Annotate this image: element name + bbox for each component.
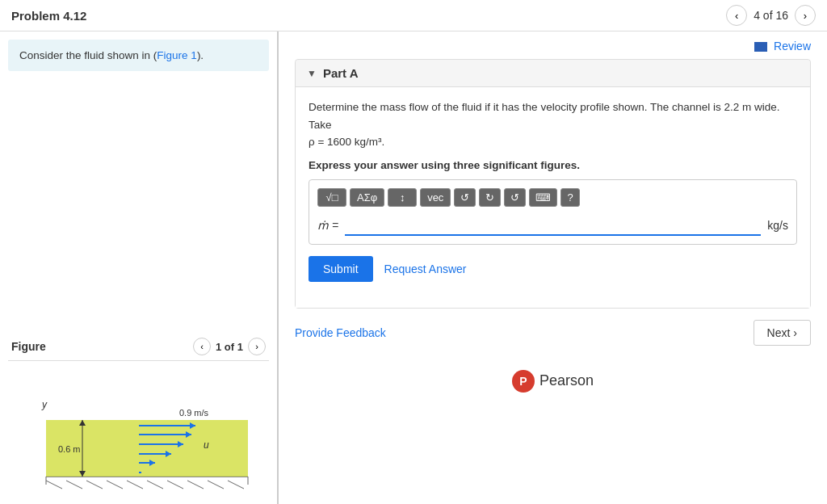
svg-line-25 — [107, 481, 123, 489]
next-chevron-icon: › — [793, 326, 797, 339]
part-a-body: Determine the mass flow of the fluid if … — [296, 87, 810, 308]
nav-count: 4 of 16 — [754, 9, 788, 22]
svg-text:u: u — [204, 439, 209, 451]
figure-label: Figure — [11, 340, 46, 353]
svg-line-30 — [208, 481, 224, 489]
toolbar-redo-btn[interactable]: ↻ — [479, 188, 501, 207]
figure-next-button[interactable]: › — [248, 338, 266, 355]
pearson-logo: P Pearson — [512, 370, 594, 393]
input-row: ṁ = kg/s — [317, 215, 788, 236]
problem-title: Problem 4.12 — [11, 9, 86, 23]
problem-statement: Consider the fluid shown in (Figure 1). — [8, 40, 269, 71]
toolbar-sqrt-btn[interactable]: √□ — [317, 188, 346, 207]
feedback-next-row: Provide Feedback Next › — [295, 320, 811, 346]
request-answer-link[interactable]: Request Answer — [384, 262, 467, 275]
svg-line-24 — [86, 481, 103, 489]
svg-line-29 — [187, 481, 204, 489]
pearson-circle-icon: P — [512, 370, 535, 393]
provide-feedback-link[interactable]: Provide Feedback — [295, 326, 386, 339]
prev-button[interactable]: ‹ — [726, 5, 747, 26]
collapse-arrow-icon[interactable]: ▼ — [307, 68, 317, 79]
review-link[interactable]: Review — [754, 40, 811, 52]
buttons-row: Submit Request Answer — [309, 256, 797, 282]
figure-nav: ‹ 1 of 1 › — [193, 338, 266, 355]
part-a-header: ▼ Part A — [296, 60, 810, 87]
svg-line-23 — [66, 481, 82, 489]
toolbar-undo-btn[interactable]: ↺ — [454, 188, 476, 207]
figure-section: Figure ‹ 1 of 1 › — [0, 333, 277, 504]
right-panel: Review ▼ Part A Determine the mass flow … — [279, 32, 827, 504]
main-layout: Consider the fluid shown in (Figure 1). … — [0, 32, 827, 504]
next-button[interactable]: Next › — [754, 320, 811, 346]
part-a-label: Part A — [323, 66, 359, 80]
input-label: ṁ = — [317, 219, 338, 232]
svg-line-26 — [127, 481, 143, 489]
nav-controls: ‹ 4 of 16 › — [726, 5, 816, 26]
svg-text:0.6 m: 0.6 m — [58, 444, 81, 454]
toolbar-alpha-btn[interactable]: ΑΣφ — [350, 188, 384, 207]
statement-text: Consider the fluid shown in ( — [19, 49, 157, 61]
header: Problem 4.12 ‹ 4 of 16 › — [0, 0, 827, 32]
figure-count: 1 of 1 — [216, 341, 243, 353]
answer-box: √□ ΑΣφ ↕ vec ↺ ↻ ↺ ⌨ ? ṁ = kg/s — [309, 179, 797, 245]
answer-input[interactable] — [345, 215, 761, 236]
toolbar-vec-btn[interactable]: vec — [420, 188, 451, 207]
svg-line-22 — [46, 481, 62, 489]
review-icon — [754, 42, 767, 52]
submit-button[interactable]: Submit — [309, 256, 373, 282]
pearson-label: Pearson — [539, 372, 594, 389]
fluid-figure: y 0.9 m/s u 0.6 m — [22, 368, 256, 497]
svg-text:0.9 m/s: 0.9 m/s — [179, 408, 209, 418]
next-nav-button[interactable]: › — [795, 5, 816, 26]
review-link-container: Review — [295, 40, 811, 52]
figure-prev-button[interactable]: ‹ — [193, 338, 211, 355]
statement-end: ). — [197, 49, 204, 61]
svg-line-31 — [228, 481, 244, 489]
figure-link[interactable]: Figure 1 — [157, 49, 197, 61]
toolbar: √□ ΑΣφ ↕ vec ↺ ↻ ↺ ⌨ ? — [317, 188, 788, 207]
left-panel: Consider the fluid shown in (Figure 1). … — [0, 32, 279, 504]
pearson-footer: P Pearson — [295, 362, 811, 401]
next-label: Next — [767, 326, 791, 339]
part-a-section: ▼ Part A Determine the mass flow of the … — [295, 59, 811, 309]
toolbar-help-btn[interactable]: ? — [560, 188, 579, 207]
figure-header: Figure ‹ 1 of 1 › — [8, 333, 269, 361]
express-instruction: Express your answer using three signific… — [309, 159, 797, 171]
svg-text:y: y — [41, 399, 48, 410]
toolbar-keyboard-btn[interactable]: ⌨ — [529, 188, 557, 207]
svg-line-28 — [167, 481, 183, 489]
part-description: Determine the mass flow of the fluid if … — [309, 99, 797, 151]
figure-image: y 0.9 m/s u 0.6 m — [8, 368, 269, 497]
input-unit: kg/s — [767, 219, 788, 232]
toolbar-arrows-btn[interactable]: ↕ — [388, 188, 417, 207]
toolbar-reset-btn[interactable]: ↺ — [504, 188, 526, 207]
svg-line-27 — [147, 481, 163, 489]
